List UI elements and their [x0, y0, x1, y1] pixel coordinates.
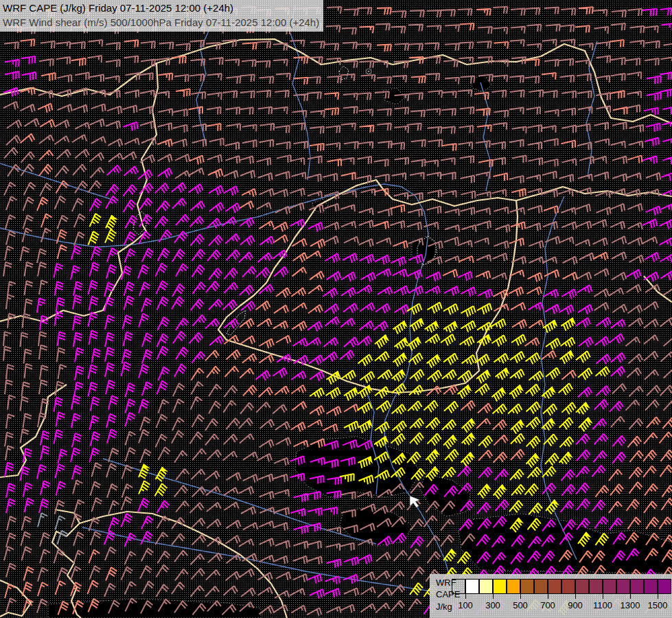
- legend-tick: [493, 594, 494, 599]
- wind-shear-barbs: [3, 6, 672, 616]
- cape-title: WRF CAPE (J/kg) Friday 07-11-2025 12:00 …: [3, 1, 319, 15]
- legend-tick-label: 900: [568, 600, 583, 610]
- legend-tick: [465, 594, 466, 599]
- legend-box: [534, 579, 548, 594]
- legend-tick: [548, 594, 548, 599]
- cape-color-legend: WRF CAPE J/kg 10030050070090011001300150…: [430, 574, 672, 618]
- legend-box: [575, 579, 589, 594]
- legend-tick-label: 500: [513, 600, 528, 610]
- legend-tick-label: 100: [458, 600, 473, 610]
- legend-tick: [630, 594, 631, 599]
- legend-box: [589, 579, 603, 594]
- legend-tick-label: 300: [485, 600, 500, 610]
- map-title-overlay: WRF CAPE (J/kg) Friday 07-11-2025 12:00 …: [0, 0, 323, 32]
- legend-box: [644, 579, 658, 594]
- wind-shear-title: WRF Wind shear (m/s) 500/1000hPa Friday …: [3, 15, 319, 30]
- legend-tick-label: 1500: [648, 600, 668, 610]
- legend-box: [548, 579, 561, 594]
- legend-box: [658, 579, 671, 594]
- legend-box: [493, 579, 507, 594]
- legend-box: [507, 579, 520, 594]
- legend-tick: [603, 594, 603, 599]
- wind-shear-cape-map: [0, 0, 672, 618]
- legend-tick-label: 1100: [593, 600, 612, 610]
- weather-map-stage: WRF CAPE (J/kg) Friday 07-11-2025 12:00 …: [0, 0, 672, 618]
- legend-box: [616, 579, 630, 594]
- legend-tick-label: 700: [540, 600, 555, 610]
- legend-box: [630, 579, 644, 594]
- legend-tick: [520, 594, 521, 599]
- legend-box: [603, 579, 616, 594]
- legend-box: [479, 579, 493, 594]
- legend-title-unit: J/kg: [436, 602, 452, 612]
- legend-box: [561, 579, 575, 594]
- legend-box: [465, 579, 479, 594]
- legend-tick-label: 1300: [621, 600, 640, 610]
- cape-region-fills: [48, 76, 672, 618]
- legend-box: [452, 579, 465, 594]
- legend-box: [520, 579, 534, 594]
- legend-tick: [575, 594, 576, 599]
- legend-tick: [658, 594, 658, 599]
